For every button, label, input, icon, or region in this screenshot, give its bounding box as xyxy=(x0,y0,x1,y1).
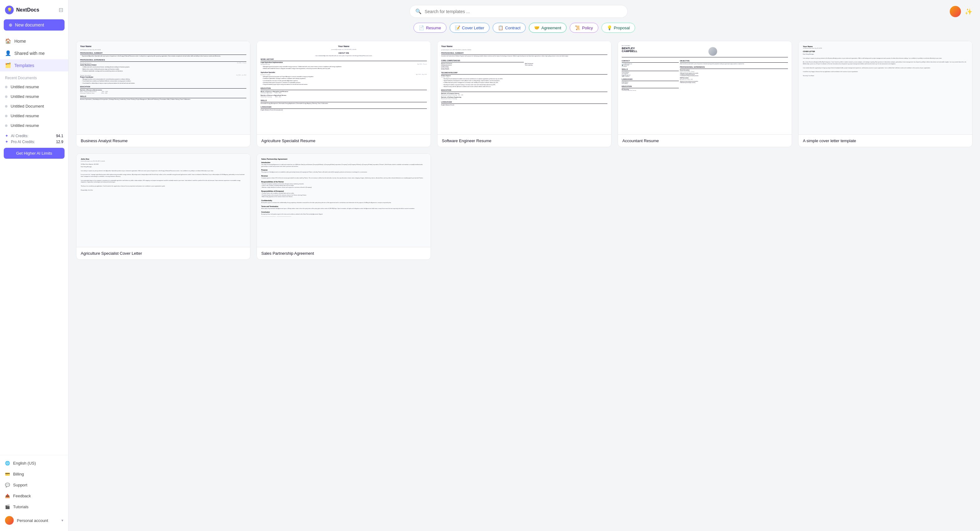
resume-chip-icon: 📄 xyxy=(419,25,424,30)
search-input[interactable] xyxy=(425,9,622,14)
billing-icon: 💳 xyxy=(5,472,10,477)
sidebar-bottom: 🌐 English (US) 💳 Billing 💬 Support 📤 Fee… xyxy=(0,455,68,531)
new-document-button[interactable]: ⊕ New document xyxy=(4,19,65,30)
doc-dot xyxy=(5,124,8,127)
template-card-agriculture[interactable]: Your Name youremail@example.com | 555-55… xyxy=(257,41,431,147)
template-card-accountant[interactable]: ACCOUNTANT BENTLEY CAMPBELL Contact xyxy=(618,41,792,147)
template-preview-business-analyst: Your Name 123 Random St, New City, NC 01… xyxy=(76,41,250,135)
template-label-simple-cover: A simple cover letter template xyxy=(799,135,972,147)
top-bar: 🔍 ✨ xyxy=(68,0,980,23)
filter-chip-policy[interactable]: 📜 Policy xyxy=(570,23,598,33)
filter-chip-contract[interactable]: 📋 Contract xyxy=(493,23,526,33)
sidebar: 💡 NextDocs ⊟ ⊕ New document 🏠 Home 👤 Sha… xyxy=(0,0,68,531)
sidebar-item-tutorials[interactable]: 🎬 Tutorials xyxy=(0,501,68,512)
proposal-chip-icon: 💡 xyxy=(607,25,612,30)
template-label-sales-partnership: Sales Partnership Agreement xyxy=(257,247,431,259)
logo-icon: 💡 xyxy=(5,6,14,14)
ai-sparkle-button[interactable]: ✨ xyxy=(965,8,972,15)
agreement-chip-icon: 🤝 xyxy=(534,25,539,30)
doc-dot xyxy=(5,105,8,108)
filter-chips-row: 📄 Resume 📝 Cover Letter 📋 Contract 🤝 Agr… xyxy=(68,23,980,38)
doc-dot xyxy=(5,95,8,98)
sidebar-logo: 💡 NextDocs ⊟ xyxy=(0,0,68,18)
template-card-sales-partnership[interactable]: Sales Partnership Agreement Introduction… xyxy=(257,153,431,260)
support-icon: 💬 xyxy=(5,483,10,487)
template-preview-accountant: ACCOUNTANT BENTLEY CAMPBELL Contact xyxy=(618,41,792,135)
account-row[interactable]: Personal account ▾ xyxy=(0,512,68,528)
recent-doc-5[interactable]: Untitled resume xyxy=(0,121,68,130)
template-label-accountant: Accountant Resume xyxy=(618,135,792,147)
template-preview-agriculture: Your Name youremail@example.com | 555-55… xyxy=(257,41,431,135)
upgrade-button[interactable]: Get Higher AI Limits xyxy=(4,148,65,159)
chevron-down-icon: ▾ xyxy=(61,518,63,523)
template-label-software-engineer: Software Engineer Resume xyxy=(438,135,611,147)
search-icon: 🔍 xyxy=(415,8,422,14)
sidebar-item-feedback[interactable]: 📤 Feedback xyxy=(0,490,68,501)
template-label-business-analyst: Business Analyst Resume xyxy=(76,135,250,147)
tutorials-icon: 🎬 xyxy=(5,504,10,509)
template-cards-grid: Your Name 123 Random St, New City, NC 01… xyxy=(76,41,972,260)
sidebar-toggle-button[interactable]: ⊟ xyxy=(59,6,63,13)
app-name: NextDocs xyxy=(16,7,39,13)
recent-doc-2[interactable]: Untitled resume xyxy=(0,92,68,101)
sidebar-item-support[interactable]: 💬 Support xyxy=(0,480,68,490)
avatar xyxy=(5,516,14,525)
template-card-software-engineer[interactable]: Your Name you@example.com | 987-654-3210… xyxy=(437,41,611,147)
user-avatar[interactable] xyxy=(950,6,961,17)
plus-icon: ⊕ xyxy=(9,22,13,27)
template-card-business-analyst[interactable]: Your Name 123 Random St, New City, NC 01… xyxy=(76,41,250,147)
pro-star-icon: ✦ xyxy=(5,139,8,144)
recent-doc-3[interactable]: Untitled Document xyxy=(0,101,68,111)
sidebar-item-home[interactable]: 🏠 Home xyxy=(0,35,68,47)
template-card-simple-cover[interactable]: Your Name 123 Random Blvd, New City, NC … xyxy=(798,41,972,147)
templates-grid: Your Name 123 Random St, New City, NC 01… xyxy=(68,38,980,531)
template-card-agri-cover[interactable]: John Doe johndoe@example.com | 555-555-4… xyxy=(76,153,250,260)
template-preview-software-engineer: Your Name you@example.com | 987-654-3210… xyxy=(438,41,611,135)
template-label-agri-cover: Agriculture Specialist Cover Letter xyxy=(76,247,250,259)
credits-section: ✦ AI Credits: 94.1 ✦ Pro AI Credits: 12.… xyxy=(0,130,68,145)
filter-chip-resume[interactable]: 📄 Resume xyxy=(414,23,446,33)
home-icon: 🏠 xyxy=(5,38,11,44)
contract-chip-icon: 📋 xyxy=(498,25,503,30)
recent-docs-label: Recent Documents xyxy=(0,72,68,82)
templates-icon: 🗂️ xyxy=(5,62,11,68)
filter-chip-proposal[interactable]: 💡 Proposal xyxy=(601,23,635,33)
template-label-agriculture: Agriculture Specialist Resume xyxy=(257,135,431,147)
doc-dot xyxy=(5,115,8,117)
template-preview-agri-cover: John Doe johndoe@example.com | 555-555-4… xyxy=(76,154,250,247)
filter-chip-coverletter[interactable]: 📝 Cover Letter xyxy=(450,23,490,33)
top-bar-right: ✨ xyxy=(950,6,972,17)
sidebar-item-billing[interactable]: 💳 Billing xyxy=(0,469,68,480)
doc-dot xyxy=(5,86,8,88)
search-box: 🔍 xyxy=(409,5,628,18)
sidebar-item-language[interactable]: 🌐 English (US) xyxy=(0,458,68,469)
ai-credits-row: ✦ AI Credits: 94.1 xyxy=(5,134,63,138)
star-icon: ✦ xyxy=(5,134,8,138)
sidebar-item-shared[interactable]: 👤 Shared with me xyxy=(0,47,68,59)
shared-icon: 👤 xyxy=(5,50,11,56)
template-preview-sales-partnership: Sales Partnership Agreement Introduction… xyxy=(257,154,431,247)
pro-credits-row: ✦ Pro AI Credits: 12.9 xyxy=(5,139,63,144)
policy-chip-icon: 📜 xyxy=(575,25,580,30)
recent-doc-4[interactable]: Untitled resume xyxy=(0,111,68,121)
globe-icon: 🌐 xyxy=(5,461,10,466)
feedback-icon: 📤 xyxy=(5,494,10,498)
coverletter-chip-icon: 📝 xyxy=(455,25,460,30)
search-container: 🔍 xyxy=(409,5,628,18)
recent-doc-1[interactable]: Untitled resume xyxy=(0,82,68,92)
template-preview-simple-cover: Your Name 123 Random Blvd, New City, NC … xyxy=(799,41,972,135)
main-content: 🔍 ✨ 📄 Resume 📝 Cover Letter 📋 Contract 🤝… xyxy=(68,0,980,531)
sidebar-item-templates[interactable]: 🗂️ Templates xyxy=(0,59,68,72)
filter-chip-agreement[interactable]: 🤝 Agreement xyxy=(529,23,566,33)
